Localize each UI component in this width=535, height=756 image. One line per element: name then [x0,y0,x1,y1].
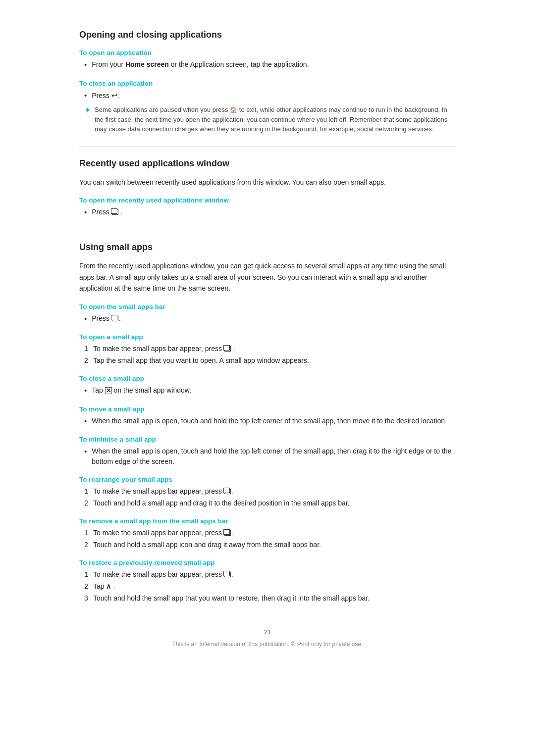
close-app-bullet: • Press ↩. [84,90,456,101]
subheading-open-small-bar: To open the small apps bar [79,303,456,310]
open-small-app-step1: 1 To make the small apps bar appear, pre… [84,344,456,354]
bullet-dot-2: • [84,90,87,101]
restore-step3: 3 Touch and hold the small app that you … [84,593,456,604]
rearrange-num-2: 2 [84,498,93,508]
subheading-move-small-app: To move a small app [79,405,456,413]
remove-step1: 1 To make the small apps bar appear, pre… [84,528,456,538]
rearrange-step2-text: Touch and hold a small app and drag it t… [93,498,350,508]
section-recently-used: Recently used applications window You ca… [79,158,456,218]
bullet-dot-5: • [84,385,87,397]
restore-step1: 1 To make the small apps bar appear, pre… [84,569,456,580]
tip-box-close-app: ✦ Some applications are paused when you … [84,105,456,134]
bullet-dot-4: • [84,313,87,325]
restore-num-2: 2 [84,581,93,592]
close-app-text: Press ↩. [92,90,120,101]
heading-opening-closing: Opening and closing applications [79,30,456,40]
tip-text: Some applications are paused when you pr… [95,105,456,134]
remove-num-2: 2 [84,540,93,550]
open-recent-text: Press . [92,207,122,217]
page-content: Opening and closing applications To open… [79,0,456,687]
open-small-app-step2: 2 Tap the small app that you want to ope… [84,355,456,366]
step-num-2: 2 [84,355,93,366]
remove-step1-text: To make the small apps bar appear, press… [93,528,233,538]
remove-num-1: 1 [84,528,93,538]
open-small-app-step2-text: Tap the small app that you want to open.… [93,355,309,366]
recently-used-body: You can switch between recently used app… [79,177,456,188]
restore-num-3: 3 [84,593,93,604]
open-small-bar-text: Press . [92,313,121,324]
subheading-close-app: To close an application [79,80,456,87]
subheading-open-recent: To open the recently used applications w… [79,197,456,204]
bullet-dot-7: • [84,446,87,457]
bullet-dot-6: • [84,416,87,427]
subheading-open-small-app: To open a small app [79,333,456,341]
subheading-remove-small-app: To remove a small app from the small app… [79,517,456,525]
heading-small-apps: Using small apps [79,242,456,252]
restore-step2: 2 Tap ∧ . [84,581,456,592]
restore-num-1: 1 [84,569,93,580]
small-apps-body: From the recently used applications wind… [79,260,456,294]
restore-step2-text: Tap ∧ . [93,581,115,592]
subheading-open-app: To open an application [79,49,456,56]
tip-icon: ✦ [84,105,91,115]
divider-1 [79,146,456,147]
subheading-minimise-small-app: To minimise a small app [79,436,456,443]
subheading-rearrange-small-apps: To rearrange your small apps [79,476,456,483]
remove-step2: 2 Touch and hold a small app icon and dr… [84,540,456,550]
open-small-app-step1-text: To make the small apps bar appear, press… [93,344,235,354]
remove-step2-text: Touch and hold a small app icon and drag… [93,540,321,550]
close-x-icon: ✕ [105,387,112,394]
bullet-dot: • [84,59,87,71]
rearrange-step2: 2 Touch and hold a small app and drag it… [84,498,456,508]
open-small-bar-bullet: • Press . [84,313,456,325]
footer-text: This is an Internet version of this publ… [79,641,456,648]
divider-2 [79,230,456,230]
close-small-app-text: Tap ✕ on the small app window. [92,385,191,396]
minimise-small-app-bullet: • When the small app is open, touch and … [84,446,456,467]
close-small-app-bullet: • Tap ✕ on the small app window. [84,385,456,397]
bullet-dot-3: • [84,207,87,218]
subheading-restore-small-app: To restore a previously removed small ap… [79,559,456,566]
subheading-close-small-app: To close a small app [79,375,456,382]
page-number: 21 [79,628,456,636]
move-small-app-text: When the small app is open, touch and ho… [92,416,447,426]
open-recent-bullet: • Press . [84,207,456,218]
restore-step3-text: Touch and hold the small app that you wa… [93,593,370,604]
rearrange-step1-text: To make the small apps bar appear, press… [93,486,233,497]
open-app-bullet: • From your Home screen or the Applicati… [84,59,456,71]
section-opening-closing: Opening and closing applications To open… [79,30,456,134]
heading-recently-used: Recently used applications window [79,158,456,169]
step-num-1: 1 [84,344,93,354]
restore-step1-text: To make the small apps bar appear, press… [93,569,233,580]
minimise-small-app-text: When the small app is open, touch and ho… [92,446,456,467]
rearrange-num-1: 1 [84,486,93,497]
section-small-apps: Using small apps From the recently used … [79,242,456,604]
move-small-app-bullet: • When the small app is open, touch and … [84,416,456,427]
open-app-text: From your Home screen or the Application… [92,59,309,70]
rearrange-step1: 1 To make the small apps bar appear, pre… [84,486,456,497]
